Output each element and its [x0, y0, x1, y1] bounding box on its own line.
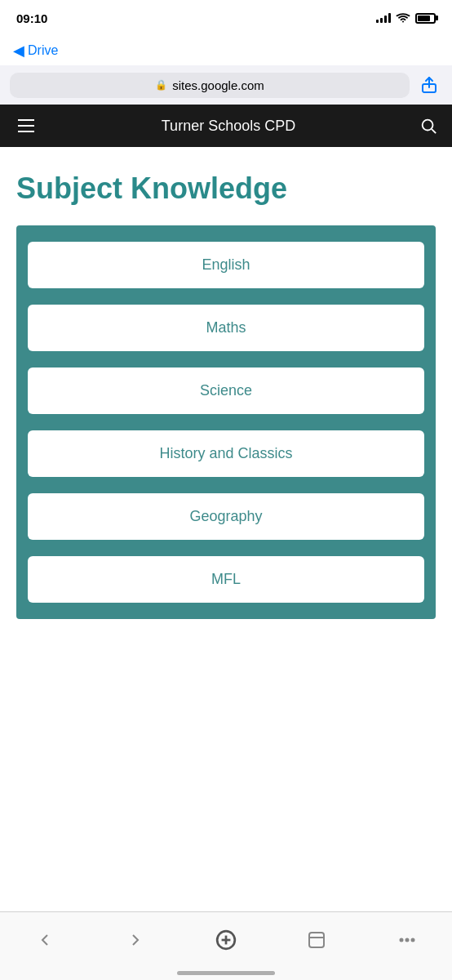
subject-button-mfl[interactable]: MFL: [28, 556, 424, 603]
subject-button-english[interactable]: English: [28, 242, 424, 288]
svg-line-2: [432, 129, 436, 133]
plus-icon: [215, 929, 237, 951]
hamburger-line: [18, 131, 34, 132]
hamburger-button[interactable]: [15, 116, 38, 136]
share-button[interactable]: [416, 72, 442, 98]
page-title: Subject Knowledge: [16, 172, 436, 206]
svg-rect-6: [309, 933, 324, 947]
share-icon: [421, 76, 437, 94]
hamburger-line: [18, 119, 34, 121]
wifi-icon: [396, 13, 410, 24]
search-icon: [419, 117, 437, 135]
status-time: 09:10: [16, 11, 47, 25]
subject-section: EnglishMathsScienceHistory and ClassicsG…: [16, 225, 436, 619]
signal-icon: [376, 13, 391, 23]
subject-button-science[interactable]: Science: [28, 368, 424, 414]
svg-point-1: [423, 120, 433, 131]
new-tab-button[interactable]: [206, 922, 246, 958]
status-icons: [376, 13, 436, 24]
forward-nav-icon: [126, 930, 145, 950]
subject-button-history-and-classics[interactable]: History and Classics: [28, 430, 424, 477]
url-text: sites.google.com: [172, 78, 264, 92]
svg-point-8: [405, 939, 408, 942]
tab-switcher-icon: [307, 930, 326, 950]
search-button[interactable]: [419, 117, 437, 135]
home-indicator: [177, 971, 275, 975]
lock-icon: 🔒: [155, 79, 167, 91]
back-label: Drive: [28, 43, 58, 58]
more-button[interactable]: [387, 922, 428, 958]
back-chevron-icon: ◀: [13, 42, 24, 60]
tab-switcher-button[interactable]: [296, 922, 337, 958]
app-header: Turner Schools CPD: [0, 105, 452, 147]
back-button[interactable]: ◀ Drive: [13, 42, 58, 60]
svg-point-9: [411, 939, 414, 942]
subject-button-geography[interactable]: Geography: [28, 493, 424, 540]
nav-bar: ◀ Drive: [0, 36, 452, 65]
hamburger-line: [18, 125, 34, 127]
subject-button-maths[interactable]: Maths: [28, 305, 424, 351]
url-bar-container: 🔒 sites.google.com: [0, 65, 452, 105]
battery-icon: [415, 13, 436, 24]
svg-point-7: [400, 939, 402, 942]
more-icon: [397, 930, 417, 950]
back-nav-icon: [35, 930, 55, 950]
back-nav-button[interactable]: [24, 922, 65, 958]
url-bar[interactable]: 🔒 sites.google.com: [10, 73, 410, 98]
app-title: Turner Schools CPD: [162, 118, 295, 135]
status-bar: 09:10: [0, 0, 452, 36]
page-content: Subject Knowledge EnglishMathsScienceHis…: [0, 147, 452, 635]
forward-nav-button[interactable]: [115, 922, 156, 958]
browser-toolbar: [0, 911, 452, 980]
